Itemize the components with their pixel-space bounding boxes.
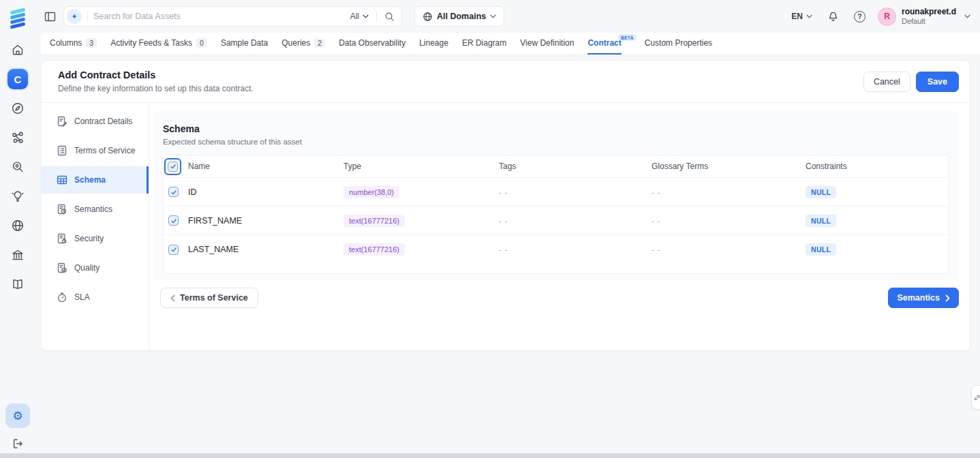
document-list-icon: [57, 145, 67, 156]
tab-queries[interactable]: Queries2: [281, 33, 325, 55]
step-schema[interactable]: Schema: [42, 166, 149, 194]
search-icon[interactable]: [384, 12, 395, 22]
chevron-down-icon[interactable]: [964, 14, 970, 18]
back-button[interactable]: Terms of Service: [160, 288, 258, 308]
cancel-button[interactable]: Cancel: [863, 72, 910, 92]
tab-activity-feeds-tasks[interactable]: Activity Feeds & Tasks0: [110, 33, 207, 55]
help-icon[interactable]: ?: [854, 11, 866, 22]
compass-icon[interactable]: [7, 98, 28, 119]
col-header-name: Name: [188, 162, 343, 171]
tags-value: - -: [499, 217, 652, 225]
row-checkbox[interactable]: [168, 215, 179, 226]
help-glyph: ?: [857, 12, 861, 20]
step-quality[interactable]: Quality: [42, 254, 149, 281]
ai-sparkle-icon[interactable]: ✦: [67, 9, 82, 24]
col-header-constraints: Constraints: [806, 162, 949, 171]
asset-tab-strip: Columns3 Activity Feeds & Tasks0 Sample …: [41, 33, 980, 55]
column-name: ID: [188, 187, 343, 197]
sidebar-toggle-icon[interactable]: [44, 10, 57, 23]
schema-table-header: Name Type Tags Glossary Terms Constraint…: [164, 155, 949, 178]
col-header-tags: Tags: [499, 162, 652, 171]
schema-panel: Schema Expected schema structure of this…: [153, 111, 959, 280]
chevron-down-icon: [490, 14, 496, 18]
glossary-terms-value: - -: [652, 245, 806, 254]
tab-count-badge: 0: [196, 38, 207, 48]
home-icon[interactable]: [7, 40, 28, 60]
contract-editor-card: Add Contract Details Define the key info…: [41, 60, 970, 351]
contract-editor-header: Add Contract Details Define the key info…: [42, 61, 970, 103]
table-grid-icon: [57, 174, 67, 185]
row-checkbox[interactable]: [168, 245, 179, 255]
contracts-app-icon[interactable]: C: [7, 69, 28, 89]
globe-icon[interactable]: [7, 215, 28, 236]
step-terms-of-service[interactable]: Terms of Service: [42, 137, 149, 164]
contract-stepper: Contract Details Terms of Service Schema…: [42, 103, 149, 350]
constraint-badge: NULL: [806, 186, 836, 198]
avatar-initial: R: [884, 12, 890, 21]
row-checkbox[interactable]: [168, 187, 179, 197]
notifications-bell-icon[interactable]: [827, 11, 839, 22]
search-scope-dropdown[interactable]: All: [350, 12, 369, 21]
table-row: ID number(38,0) - - - - NULL: [164, 178, 949, 207]
insights-bulb-icon[interactable]: [7, 186, 28, 207]
app-root: C ⚙: [0, 0, 980, 458]
glossary-terms-value: - -: [652, 217, 806, 225]
discover-search-icon[interactable]: [7, 157, 28, 177]
search-divider: [87, 12, 88, 22]
tab-er-diagram[interactable]: ER Diagram: [462, 33, 506, 55]
hierarchy-icon[interactable]: [7, 127, 28, 148]
save-button[interactable]: Save: [916, 72, 959, 92]
schema-title: Schema: [163, 123, 949, 134]
document-clock-icon: [57, 204, 67, 215]
page-subtitle: Define the key information to set up thi…: [58, 84, 254, 93]
resize-diagonal-icon: [973, 394, 980, 401]
tab-columns[interactable]: Columns3: [50, 33, 97, 55]
col-header-type: Type: [343, 162, 499, 171]
tab-custom-properties[interactable]: Custom Properties: [645, 33, 712, 55]
step-security[interactable]: Security: [42, 225, 149, 252]
search-input[interactable]: ✦ Search for Data Assets All: [63, 6, 402, 27]
step-contract-details[interactable]: Contract Details: [42, 108, 149, 135]
user-menu[interactable]: rounakpreet.d Default: [902, 7, 956, 27]
logout-icon[interactable]: [7, 433, 28, 454]
document-edit-icon: [57, 116, 67, 127]
globe-icon: [423, 12, 433, 22]
glossary-terms-value: - -: [652, 188, 806, 196]
tab-contract[interactable]: ContractBETA: [587, 33, 621, 55]
search-placeholder: Search for Data Assets: [93, 12, 350, 21]
table-row: LAST_NAME text(16777216) - - - - NULL: [164, 235, 949, 264]
tab-lineage[interactable]: Lineage: [419, 33, 448, 55]
step-semantics[interactable]: Semantics: [42, 196, 149, 223]
docs-book-icon[interactable]: [7, 274, 28, 294]
user-workspace: Default: [902, 17, 956, 27]
col-header-glossary-terms: Glossary Terms: [652, 162, 806, 171]
expand-panel-button[interactable]: [971, 385, 980, 410]
atlan-logo-icon[interactable]: [7, 8, 29, 30]
document-lock-icon: [57, 233, 67, 244]
tab-data-observability[interactable]: Data Observability: [339, 33, 405, 55]
next-button[interactable]: Semantics: [888, 288, 959, 308]
stopwatch-icon: [57, 292, 67, 303]
tab-sample-data[interactable]: Sample Data: [221, 33, 268, 55]
column-name: LAST_NAME: [188, 245, 343, 254]
step-sla[interactable]: SLA: [42, 284, 149, 311]
user-avatar[interactable]: R: [878, 7, 896, 26]
topbar-right: EN ? R rounakpreet.d Default: [791, 7, 970, 27]
sparkle-glyph: ✦: [71, 12, 77, 21]
schema-table: Name Type Tags Glossary Terms Constraint…: [163, 155, 949, 274]
schema-subtitle: Expected schema structure of this asset: [163, 138, 949, 146]
left-rail: C ⚙: [0, 0, 35, 458]
all-domains-dropdown[interactable]: All Domains: [414, 6, 504, 27]
language-value: EN: [791, 12, 803, 21]
page-title: Add Contract Details: [58, 70, 254, 80]
step-footer-nav: Terms of Service Semantics: [153, 288, 959, 308]
settings-gear-icon[interactable]: ⚙: [5, 403, 30, 428]
beta-badge: BETA: [618, 34, 637, 41]
select-all-checkbox[interactable]: [168, 162, 178, 172]
search-divider-2: [376, 11, 377, 22]
search-scope-value: All: [350, 12, 359, 21]
tab-view-definition[interactable]: View Definition: [520, 33, 574, 55]
contracts-app-letter: C: [14, 74, 22, 85]
language-dropdown[interactable]: EN: [791, 12, 812, 21]
governance-bank-icon[interactable]: [7, 245, 28, 265]
